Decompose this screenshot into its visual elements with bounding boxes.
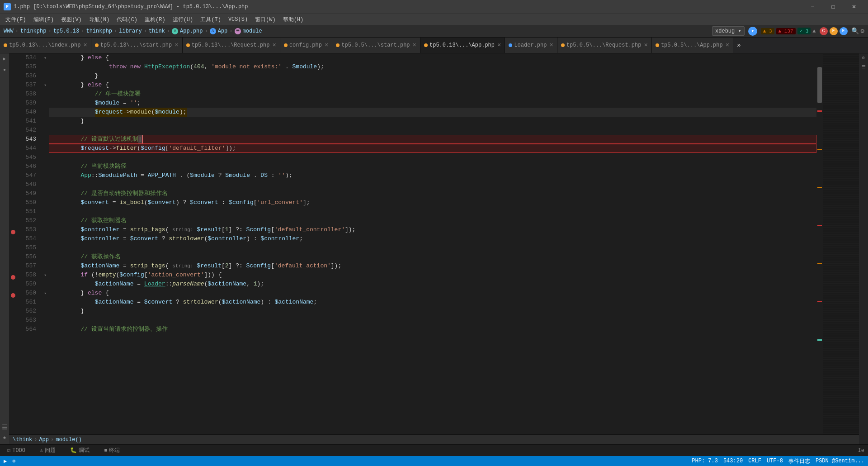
sentiment-label: PSDN @Sentim...	[816, 458, 864, 464]
breadcrumb-thinkphp2[interactable]: thinkphp	[86, 28, 112, 34]
status-sentiment[interactable]: PSDN @Sentim...	[816, 458, 864, 464]
fold-arrow-537[interactable]: ▾	[42, 81, 49, 90]
line-num-553: 553	[18, 225, 42, 234]
status-line-col[interactable]: 543:20	[723, 458, 743, 464]
sidebar-icon-1[interactable]: ☰	[1, 423, 8, 431]
code-line-535: throw new HttpException(404, 'module not…	[49, 62, 816, 71]
code-line-546: // 当前模块路径	[49, 162, 816, 171]
code-line-550: $convert = is_bool($convert) ? $convert …	[49, 198, 816, 207]
tab-close[interactable]: ×	[726, 42, 729, 49]
menu-refactor[interactable]: 重构(R)	[141, 15, 169, 24]
menu-navigate[interactable]: 导航(N)	[85, 15, 113, 24]
line-num-541: 541	[18, 117, 42, 126]
breadcrumb-think[interactable]: think	[149, 28, 165, 34]
menu-view[interactable]: 视图(V)	[57, 15, 85, 24]
breakpoint-icon[interactable]: ●	[1, 66, 8, 73]
tab-close[interactable]: ×	[413, 42, 416, 49]
tab-start2[interactable]: tp5.0.5\...\start.php ×	[332, 38, 420, 53]
menu-code[interactable]: 代码(C)	[113, 15, 141, 24]
fold-arrow-534[interactable]: ▾	[42, 53, 49, 62]
xdebug-button[interactable]: xdebug ▾	[712, 26, 745, 36]
menu-vcs[interactable]: VCS(S)	[225, 15, 251, 24]
tab-dot	[561, 43, 565, 47]
fold-arrow-558[interactable]: ▾	[42, 271, 49, 280]
menu-run[interactable]: 运行(U)	[169, 15, 197, 24]
status-run[interactable]: ▶	[4, 458, 7, 465]
code-content[interactable]: } else { throw new HttpException(404, 'm…	[49, 53, 816, 434]
tab-label: tp5.0.5\...\Request.php	[566, 42, 642, 48]
panel-todo[interactable]: ☑ TODO	[4, 445, 29, 456]
search-icon[interactable]: 🔍	[851, 27, 859, 35]
tab-config[interactable]: config.php ×	[280, 38, 332, 53]
tab-request2[interactable]: tp5.0.5\...\Request.php ×	[557, 38, 652, 53]
breadcrumb-module-fn[interactable]: module()	[56, 437, 82, 443]
maximize-button[interactable]: □	[823, 0, 844, 14]
tab-close[interactable]: ×	[175, 42, 178, 49]
code-line-551	[49, 207, 816, 216]
breadcrumb-tp5013[interactable]: tp5.0.13	[53, 28, 80, 34]
tab-start[interactable]: tp5.0.13\...\start.php ×	[91, 38, 183, 53]
error-count[interactable]: ▲ 137	[776, 28, 796, 34]
bottom-text: Ie	[858, 447, 864, 454]
status-left: ▶ ⊗	[4, 458, 15, 465]
breadcrumb-www[interactable]: WWW	[4, 28, 14, 34]
menu-file[interactable]: 文件(F)	[2, 15, 30, 24]
settings-icon[interactable]: ⚙	[861, 27, 864, 35]
breadcrumb-app2[interactable]: App	[39, 437, 49, 443]
toolbar: WWW › thinkphp › tp5.0.13 › thinkphp › l…	[0, 25, 868, 38]
tab-label: tp5.0.5\...\start.php	[341, 42, 410, 48]
menu-tools[interactable]: 工具(T)	[197, 15, 225, 24]
menu-window[interactable]: 窗口(W)	[251, 15, 279, 24]
fold-arrow-560[interactable]: ▾	[42, 289, 49, 298]
tab-index[interactable]: tp5.0.13\...\index.php ×	[0, 38, 91, 53]
sidebar-icon-2[interactable]: ★	[1, 433, 8, 441]
code-line-549: // 是否自动转换控制器和操作名	[49, 189, 816, 198]
tab-overflow[interactable]: »	[733, 38, 744, 53]
right-icon-1[interactable]: ⚙	[862, 55, 865, 61]
tab-request[interactable]: tp5.0.13\...\Request.php ×	[183, 38, 280, 53]
status-error-icon[interactable]: ⊗	[12, 458, 15, 465]
panel-debug[interactable]: 🐛 调试	[66, 445, 93, 456]
breadcrumb-module[interactable]: module	[243, 28, 262, 34]
tab-app-active[interactable]: tp5.0.13\...\App.php ×	[420, 38, 505, 53]
menu-edit[interactable]: 编辑(E)	[30, 15, 58, 24]
scrollbar-thumb[interactable]	[817, 67, 822, 103]
right-icon-2[interactable]: ☰	[862, 64, 866, 70]
expand-button[interactable]: ▲	[812, 28, 816, 34]
check-count[interactable]: ✓ 3	[797, 28, 811, 34]
breadcrumb-think[interactable]: \think	[13, 437, 32, 443]
close-button[interactable]: ✕	[844, 0, 864, 14]
tab-close[interactable]: ×	[273, 42, 276, 49]
tab-app2[interactable]: tp5.0.5\...\App.php ×	[652, 38, 733, 53]
breadcrumb-appphp[interactable]: App.php	[180, 28, 203, 34]
status-php[interactable]: PHP: 7.3	[692, 458, 718, 464]
tab-dot	[284, 43, 288, 47]
breadcrumb-app-class[interactable]: App	[218, 28, 228, 34]
tab-close[interactable]: ×	[83, 42, 87, 49]
breadcrumb-thinkphp[interactable]: thinkphp	[20, 28, 47, 34]
user-avatar[interactable]: ▾	[748, 27, 757, 36]
tab-close[interactable]: ×	[497, 42, 501, 49]
menu-help[interactable]: 帮助(H)	[279, 15, 307, 24]
tab-close[interactable]: ×	[325, 42, 328, 49]
tab-label: tp5.0.5\...\App.php	[661, 42, 723, 48]
status-charset[interactable]: UTF-8	[767, 458, 783, 464]
vertical-scrollbar[interactable]	[816, 53, 823, 434]
line-num-562: 562	[18, 307, 42, 316]
edge-icon: E	[840, 27, 848, 35]
minimize-button[interactable]: −	[802, 0, 823, 14]
panel-terminal[interactable]: ■ 终端	[100, 445, 123, 456]
panel-problems[interactable]: ⚠ 问题	[36, 445, 59, 456]
tab-close[interactable]: ×	[549, 42, 553, 49]
breadcrumb-library[interactable]: library	[119, 28, 142, 34]
charset: UTF-8	[767, 458, 783, 464]
status-crlf[interactable]: CRLF	[748, 458, 761, 464]
tab-close[interactable]: ×	[644, 42, 647, 49]
warning-count[interactable]: ▲ 3	[761, 28, 774, 34]
debug-icon[interactable]: ▶	[1, 55, 8, 62]
line-num-536: 536	[18, 71, 42, 81]
terminal-label: 终端	[109, 447, 120, 454]
status-event-log[interactable]: 事件日志	[788, 457, 810, 465]
tab-loader[interactable]: Loader.php ×	[505, 38, 557, 53]
line-num-564: 564	[18, 325, 42, 334]
